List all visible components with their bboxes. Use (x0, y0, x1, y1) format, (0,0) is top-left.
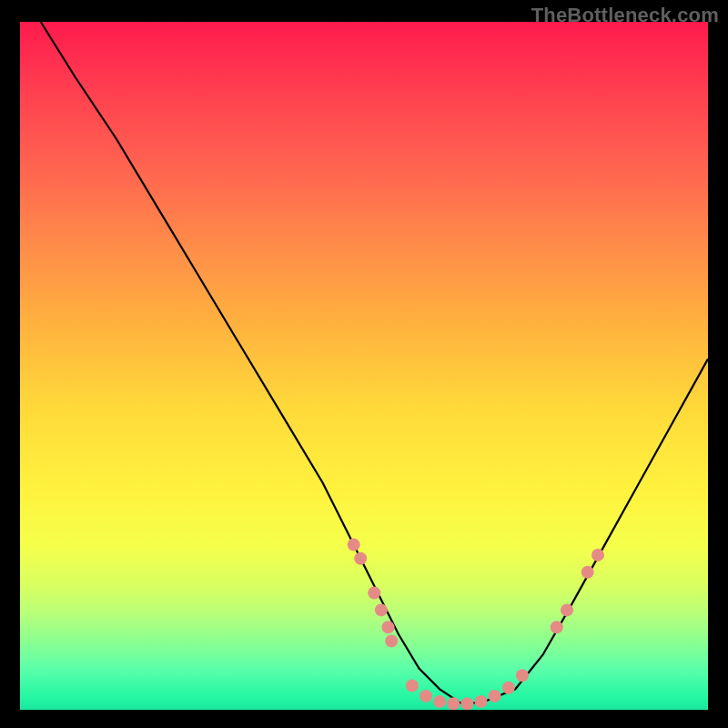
data-point (348, 539, 360, 551)
data-point (368, 587, 380, 600)
plot-area (20, 22, 708, 710)
data-point (551, 621, 563, 633)
markers-group (348, 539, 604, 710)
data-point (375, 603, 388, 616)
chart-frame: TheBottleneck.com (0, 0, 728, 728)
data-point (382, 621, 395, 633)
data-point (406, 680, 419, 693)
data-point (592, 549, 604, 561)
data-point (516, 669, 529, 682)
data-point (433, 695, 446, 708)
data-point (489, 690, 501, 703)
curve-svg (20, 22, 708, 710)
bottleneck-curve (41, 22, 708, 703)
data-point (502, 682, 515, 694)
data-point (561, 603, 573, 616)
watermark-text: TheBottleneck.com (531, 4, 719, 27)
data-point (581, 566, 594, 579)
data-point (475, 695, 488, 708)
data-point (354, 552, 367, 565)
data-point (460, 697, 473, 710)
data-point (447, 697, 460, 710)
plot-inner (20, 22, 708, 710)
data-point (385, 634, 398, 647)
data-point (420, 690, 432, 703)
